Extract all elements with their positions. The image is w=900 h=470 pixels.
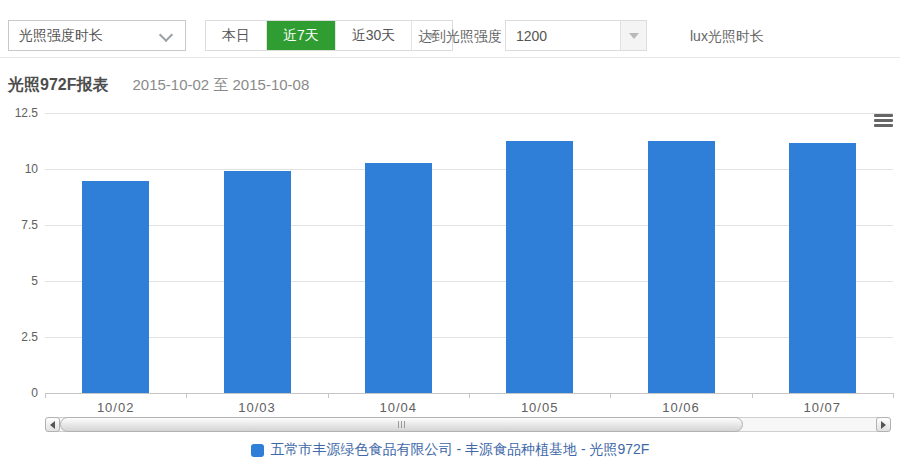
y-tick-label: 12.5 xyxy=(0,105,38,121)
chevron-down-icon xyxy=(159,28,173,42)
threshold-label: 达到光照强度 xyxy=(418,28,502,46)
x-axis-label: 10/02 xyxy=(66,400,166,415)
legend-marker-icon xyxy=(251,444,264,457)
hamburger-bar xyxy=(874,124,893,127)
legend-label: 五常市丰源绿色食品有限公司 - 丰源食品种植基地 - 光照972F xyxy=(271,441,650,459)
y-tick-label: 10 xyxy=(0,161,38,177)
x-tick xyxy=(893,393,894,398)
x-axis-label: 10/07 xyxy=(772,400,872,415)
bar-10-03[interactable] xyxy=(224,171,291,393)
date-range-button-group: 本日 近7天 近30天 xyxy=(205,20,453,51)
date-range-text: 2015-10-02 至 2015-10-08 xyxy=(132,76,309,95)
threshold-input[interactable] xyxy=(506,21,620,50)
x-axis-label: 10/05 xyxy=(490,400,590,415)
x-axis-label: 10/03 xyxy=(207,400,307,415)
gridline xyxy=(45,281,893,282)
bar-10-06[interactable] xyxy=(648,141,715,393)
y-tick-label: 0 xyxy=(0,385,38,401)
toolbar-separator xyxy=(0,57,900,58)
y-tick-label: 5 xyxy=(0,273,38,289)
arrow-left-icon xyxy=(50,421,55,429)
range-button-7days[interactable]: 近7天 xyxy=(267,21,336,50)
scrollbar-grip-icon xyxy=(401,421,402,428)
bar-10-07[interactable] xyxy=(789,143,856,393)
gridline xyxy=(45,337,893,338)
x-tick xyxy=(752,393,753,398)
title-row: 光照972F报表 2015-10-02 至 2015-10-08 xyxy=(8,75,309,96)
y-tick-label: 7.5 xyxy=(0,217,38,233)
hamburger-bar xyxy=(874,119,893,122)
range-button-today[interactable]: 本日 xyxy=(206,21,267,50)
bar-10-02[interactable] xyxy=(82,181,149,393)
caret-down-icon xyxy=(629,33,639,39)
chart-plot: 02.557.51012.510/0210/0310/0410/0510/061… xyxy=(0,105,900,415)
bar-10-04[interactable] xyxy=(365,163,432,393)
bar-10-05[interactable] xyxy=(506,141,573,393)
gridline xyxy=(45,113,893,114)
scrollbar-right-button[interactable] xyxy=(876,417,891,432)
y-tick-label: 2.5 xyxy=(0,329,38,345)
threshold-dropdown-button[interactable] xyxy=(620,21,646,50)
hamburger-bar xyxy=(874,114,893,117)
page-title: 光照972F报表 xyxy=(8,75,108,96)
x-axis-label: 10/06 xyxy=(631,400,731,415)
x-tick xyxy=(469,393,470,398)
threshold-combo xyxy=(505,20,647,51)
chart-scrollbar xyxy=(45,417,891,432)
metric-select-value: 光照强度时长 xyxy=(9,27,103,45)
gridline xyxy=(45,169,893,170)
legend: 五常市丰源绿色食品有限公司 - 丰源食品种植基地 - 光照972F xyxy=(0,441,900,459)
scrollbar-thumb[interactable] xyxy=(60,417,743,432)
arrow-right-icon xyxy=(881,421,886,429)
x-tick xyxy=(328,393,329,398)
x-axis-label: 10/04 xyxy=(348,400,448,415)
scrollbar-left-button[interactable] xyxy=(45,417,60,432)
metric-select[interactable]: 光照强度时长 xyxy=(8,20,186,51)
range-button-30days[interactable]: 近30天 xyxy=(336,21,413,50)
legend-item[interactable]: 五常市丰源绿色食品有限公司 - 丰源食品种植基地 - 光照972F xyxy=(251,441,650,459)
x-tick xyxy=(45,393,46,398)
x-tick xyxy=(610,393,611,398)
x-tick xyxy=(186,393,187,398)
unit-label: lux光照时长 xyxy=(690,28,764,46)
export-menu-icon[interactable] xyxy=(874,114,893,128)
gridline xyxy=(45,225,893,226)
